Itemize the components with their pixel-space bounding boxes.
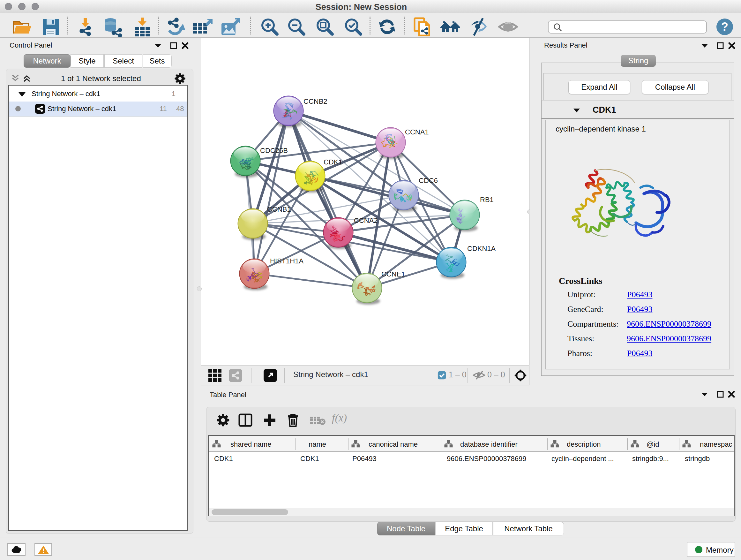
- svg-text:CDC25B: CDC25B: [260, 146, 288, 154]
- svg-text:CDC6: CDC6: [419, 177, 438, 185]
- svg-text:CCNE1: CCNE1: [381, 270, 405, 278]
- svg-text:CCNA1: CCNA1: [405, 128, 429, 136]
- svg-text:CDKN1A: CDKN1A: [467, 245, 496, 253]
- svg-text:?: ?: [721, 20, 728, 33]
- svg-text:CCNB1: CCNB1: [267, 205, 291, 213]
- svg-text:CCNA2: CCNA2: [354, 216, 378, 225]
- svg-text:RB1: RB1: [480, 196, 494, 204]
- svg-text:HIST1H1A: HIST1H1A: [270, 257, 304, 265]
- svg-text:CDK1: CDK1: [324, 158, 342, 166]
- svg-text:CCNB2: CCNB2: [304, 98, 327, 105]
